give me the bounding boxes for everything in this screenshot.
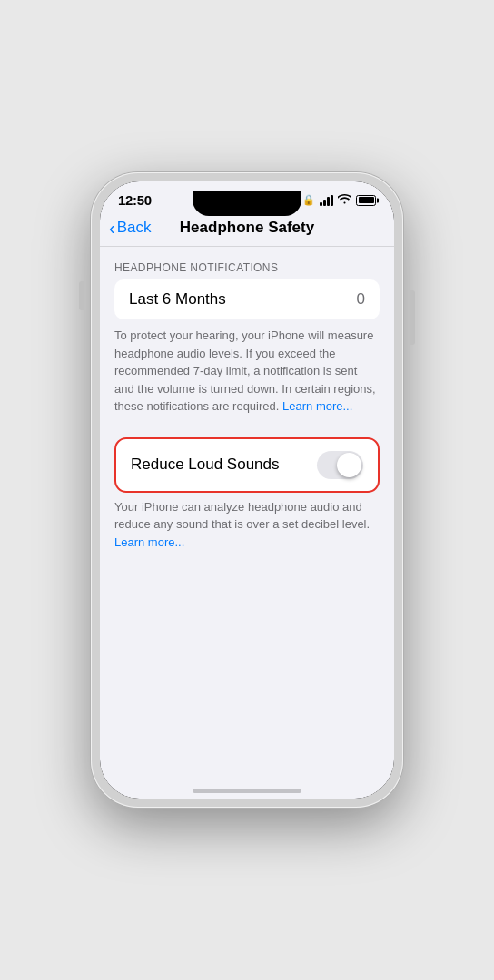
period-label: Last 6 Months xyxy=(129,290,226,309)
lock-icon: 🔒 xyxy=(302,194,315,206)
phone-inner: 12:50 🔒 xyxy=(100,181,394,799)
status-icons: 🔒 xyxy=(302,193,376,207)
period-value: 0 xyxy=(357,290,365,309)
nav-bar: ‹ Back Headphone Safety xyxy=(100,211,394,247)
wifi-icon xyxy=(338,193,351,207)
toggle-description: Your iPhone can analyze headphone audio … xyxy=(100,493,394,564)
battery-icon xyxy=(356,195,376,206)
learn-more-link-2[interactable]: Learn more... xyxy=(114,535,184,549)
toggle-label: Reduce Loud Sounds xyxy=(131,456,280,474)
toggle-knob xyxy=(337,453,361,477)
phone-frame: 12:50 🔒 xyxy=(91,172,403,808)
reduce-loud-sounds-toggle[interactable] xyxy=(317,451,363,479)
reduce-loud-sounds-card: Reduce Loud Sounds xyxy=(114,437,380,493)
back-label: Back xyxy=(117,219,152,237)
toggle-row: Reduce Loud Sounds xyxy=(116,439,378,491)
screen: 12:50 🔒 xyxy=(100,181,394,799)
reduce-loud-sounds-section: Reduce Loud Sounds xyxy=(114,437,380,493)
page-title: Headphone Safety xyxy=(180,219,314,237)
notifications-description: To protect your hearing, your iPhone wil… xyxy=(100,319,394,430)
section-header: HEADPHONE NOTIFICATIONS xyxy=(100,247,394,279)
home-bar xyxy=(193,789,301,793)
signal-icon xyxy=(320,195,333,206)
home-indicator xyxy=(100,781,394,799)
period-selector-row[interactable]: Last 6 Months 0 xyxy=(114,279,380,319)
back-chevron-icon: ‹ xyxy=(109,219,115,237)
back-button[interactable]: ‹ Back xyxy=(109,219,151,237)
notch xyxy=(193,191,301,216)
status-time: 12:50 xyxy=(118,192,152,208)
headphone-notifications-card: Last 6 Months 0 xyxy=(114,279,380,319)
content-area: HEADPHONE NOTIFICATIONS Last 6 Months 0 … xyxy=(100,247,394,781)
learn-more-link-1[interactable]: Learn more... xyxy=(282,399,352,413)
